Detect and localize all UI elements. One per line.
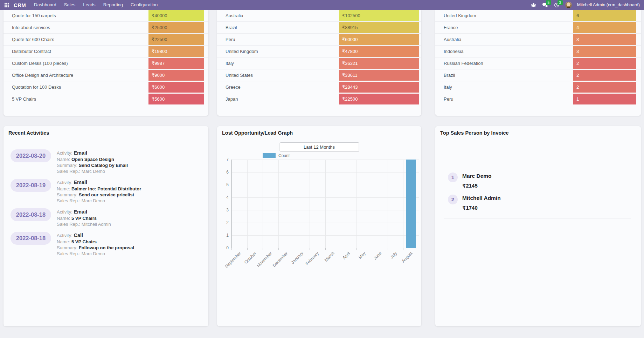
sales-person-details: Mitchell Admin₹1740	[462, 195, 501, 211]
table-row[interactable]: Quote for 150 carpets₹40000	[4, 10, 208, 22]
table-row[interactable]: United Kingdom6	[435, 10, 641, 22]
row-label: Brazil	[217, 22, 339, 33]
nav-item-reporting[interactable]: Reporting	[99, 0, 127, 10]
activity-field-label: Name:	[57, 186, 71, 191]
activity-field-label: Sales Rep.:	[57, 251, 82, 256]
row-label: Quote for 600 Chairs	[4, 34, 148, 45]
row-value: 4	[573, 22, 636, 33]
x-axis-label: April	[342, 251, 351, 260]
row-value: ₹5600	[148, 94, 204, 104]
activity-field-value: Send our service pricelist	[79, 192, 134, 197]
activity-field-value: Send Catalog by Email	[79, 163, 128, 168]
chart-bar-august[interactable]	[406, 160, 416, 248]
row-value: ₹19800	[148, 46, 204, 57]
row-value: ₹60000	[339, 34, 419, 45]
activity-details: Activity: CallName: 5 VP ChairsSummary: …	[57, 232, 134, 257]
activity-field-label: Sales Rep.:	[57, 169, 82, 174]
user-avatar[interactable]	[565, 2, 572, 8]
nav-item-sales[interactable]: Sales	[60, 0, 79, 10]
activity-field-value: Marc Demo	[82, 198, 105, 203]
row-label: Japan	[217, 93, 339, 105]
row-label: France	[435, 22, 573, 33]
activity-line: Name: Open Space Design	[57, 156, 128, 162]
activity-line: Activity: Email	[57, 150, 128, 156]
legend-count-swatch	[263, 153, 276, 158]
table-row[interactable]: Australia3	[435, 34, 641, 46]
gridline-vertical	[263, 160, 263, 248]
activity-field-value: Open Space Design	[71, 157, 114, 162]
row-value: ₹33611	[339, 70, 419, 81]
activity-field-label: Name:	[57, 157, 71, 162]
sales-person-item[interactable]: 1Marc Demo₹2145	[448, 173, 636, 189]
user-menu[interactable]: Mitchell Admin (crm_dashboard)	[577, 2, 640, 7]
top-sales-list: 1Marc Demo₹21452Mitchell Admin₹1740	[435, 140, 641, 218]
row-value: ₹22500	[148, 34, 204, 45]
nav-menu: DashboardSalesLeadsReportingConfiguratio…	[30, 0, 161, 10]
table-row[interactable]: Office Design and Architecture₹9000	[4, 69, 208, 81]
activity-field-label: Activity:	[57, 209, 74, 215]
row-label: Office Design and Architecture	[4, 69, 148, 81]
gridline-vertical	[356, 160, 357, 248]
x-axis-tick	[356, 248, 357, 250]
activity-details: Activity: EmailName: Balmer Inc: Potenti…	[57, 179, 141, 204]
list-divider	[444, 218, 631, 218]
activity-field-value: 5 VP Chairs	[71, 239, 97, 244]
table-row[interactable]: United States₹33611	[217, 69, 421, 81]
table-row[interactable]: Greece₹28443	[217, 81, 421, 93]
top-navbar: CRM DashboardSalesLeadsReportingConfigur…	[0, 0, 644, 10]
y-axis-tick-label: 1	[219, 232, 229, 238]
table-row[interactable]: Australia₹102500	[217, 10, 421, 22]
row-label: 5 VP Chairs	[4, 93, 148, 105]
table-row[interactable]: Quotation for 100 Desks₹6000	[4, 81, 208, 93]
table-row[interactable]: Italy2	[435, 81, 641, 93]
activity-field-label: Activity:	[57, 233, 74, 238]
activity-date-badge: 2022-08-18	[11, 208, 51, 221]
y-axis-tick-label: 7	[219, 157, 229, 162]
activity-line: Name: Balmer Inc: Potential Distributor	[57, 186, 141, 192]
table-row[interactable]: 5 VP Chairs₹5600	[4, 93, 208, 105]
row-value: 3	[573, 34, 636, 45]
table-row[interactable]: France4	[435, 22, 641, 34]
row-label: Info about services	[4, 22, 148, 33]
divider	[221, 140, 417, 140]
table-row[interactable]: Peru1	[435, 93, 641, 105]
table-row[interactable]: Brazil₹88915	[217, 22, 421, 34]
activities-clock-icon[interactable]: 3	[554, 2, 560, 8]
nav-item-dashboard[interactable]: Dashboard	[30, 0, 60, 10]
table-row[interactable]: Custom Desks (100 pieces)₹9987	[4, 58, 208, 69]
apps-grid-icon[interactable]	[4, 2, 9, 8]
row-value: 2	[573, 70, 636, 81]
table-row[interactable]: Italy₹36321	[217, 58, 421, 69]
table-row[interactable]: Brazil2	[435, 69, 641, 81]
table-row[interactable]: Peru₹60000	[217, 34, 421, 46]
activity-field-label: Name:	[57, 216, 71, 221]
card-revenue-by-country: Australia₹102500Brazil₹88915Peru₹60000Un…	[217, 10, 421, 116]
chart-legend[interactable]: Count	[263, 153, 290, 158]
table-row[interactable]: United Kingdom₹47800	[217, 46, 421, 58]
time-range-filter[interactable]: Last 12 Months	[279, 142, 359, 152]
row-value: 2	[573, 82, 636, 93]
crm-dashboard-page: CRM DashboardSalesLeadsReportingConfigur…	[0, 0, 644, 338]
nav-item-configuration[interactable]: Configuration	[127, 0, 161, 10]
table-row[interactable]: Info about services₹25000	[4, 22, 208, 34]
x-axis-tick	[341, 248, 341, 250]
messages-count-badge: 5	[546, 0, 551, 5]
table-row[interactable]: Russian Federation2	[435, 58, 641, 69]
activity-field-value: Marc Demo	[82, 251, 105, 256]
sales-person-item[interactable]: 2Mitchell Admin₹1740	[448, 195, 636, 211]
app-name[interactable]: CRM	[14, 2, 26, 8]
messages-icon[interactable]: 5	[542, 2, 548, 8]
rank-badge: 1	[448, 173, 458, 182]
table-row[interactable]: Indonesia3	[435, 46, 641, 58]
table-row[interactable]: Distributor Contract₹19800	[4, 46, 208, 58]
activity-line: Summary: Send our service pricelist	[57, 192, 141, 198]
table-row[interactable]: Quote for 600 Chairs₹22500	[4, 34, 208, 46]
activity-field-value: Followup on the proposal	[79, 245, 134, 250]
activity-line: Summary: Followup on the proposal	[57, 245, 134, 251]
activity-field-label: Sales Rep.:	[57, 222, 82, 227]
nav-item-leads[interactable]: Leads	[79, 0, 99, 10]
x-axis-tick	[403, 248, 403, 250]
table-row[interactable]: Japan₹22500	[217, 93, 421, 105]
debug-bug-icon[interactable]	[531, 2, 537, 8]
row-value: ₹88915	[339, 22, 419, 33]
